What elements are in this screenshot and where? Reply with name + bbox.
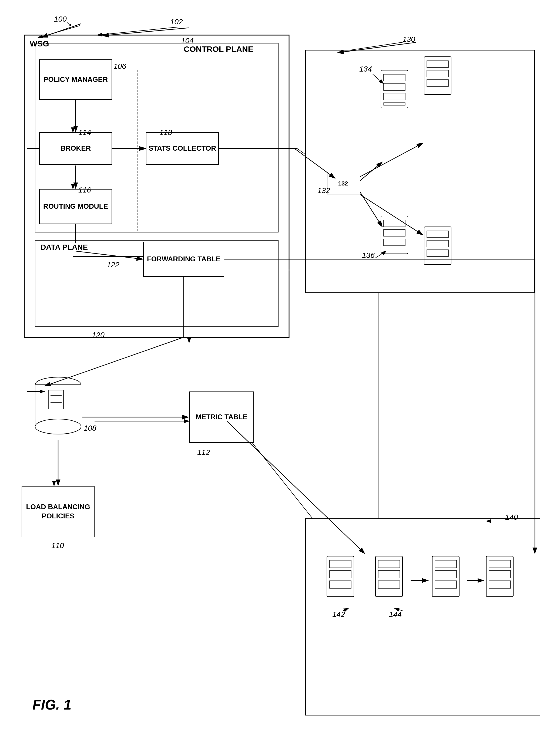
svg-rect-43 [427, 61, 448, 68]
ref-132: 132 [317, 186, 330, 195]
svg-rect-63 [435, 560, 457, 568]
routing-module-label: ROUTING MODULE [43, 202, 108, 211]
ref-142: 142 [332, 610, 345, 619]
ref-114: 114 [78, 128, 91, 137]
ref-100: 100 [54, 15, 67, 23]
stats-collector-box: STATS COLLECTOR [146, 132, 219, 165]
policy-manager-label: POLICY MANAGER [43, 75, 108, 84]
ref-116: 116 [78, 186, 91, 194]
stats-collector-label: STATS COLLECTOR [149, 144, 216, 153]
fig-label: FIG. 1 [32, 697, 71, 713]
svg-rect-61 [378, 581, 400, 588]
ref-140: 140 [505, 513, 518, 522]
server-c1-b1 [378, 213, 413, 265]
data-plane-label: DATA PLANE [41, 243, 88, 252]
ref-102: 102 [170, 18, 183, 26]
cluster1-box [305, 50, 535, 293]
svg-rect-60 [378, 570, 400, 578]
ref-120: 120 [92, 331, 105, 340]
wsg-node-label: 132 [338, 180, 348, 188]
svg-rect-38 [384, 74, 405, 81]
svg-rect-41 [384, 103, 405, 105]
broker-label: BROKER [61, 144, 91, 153]
ref-134: 134 [359, 65, 372, 73]
broker-box: BROKER [39, 132, 112, 165]
svg-point-32 [35, 419, 81, 434]
svg-line-78 [76, 251, 143, 259]
forwarding-table-box: FORWARDING TABLE [143, 242, 224, 277]
server-c2-2 [373, 553, 408, 607]
ref-106: 106 [113, 62, 126, 71]
svg-rect-39 [384, 84, 405, 90]
server-c1-t2 [421, 54, 457, 105]
svg-line-26 [97, 27, 178, 35]
svg-rect-59 [378, 560, 400, 568]
svg-rect-56 [330, 570, 351, 578]
svg-rect-51 [427, 231, 448, 238]
server-c2-3 [430, 553, 465, 607]
svg-rect-44 [427, 70, 448, 77]
svg-rect-55 [330, 560, 351, 568]
database-cylinder [34, 375, 82, 437]
svg-rect-33 [49, 390, 63, 409]
svg-rect-49 [384, 239, 405, 246]
svg-rect-47 [384, 220, 405, 227]
server-c1-t1 [378, 68, 413, 119]
svg-line-71 [42, 24, 81, 37]
svg-rect-57 [330, 581, 351, 588]
forwarding-table-label: FORWARDING TABLE [147, 255, 220, 264]
policy-manager-box: POLICY MANAGER [39, 59, 112, 100]
ref-136: 136 [362, 251, 375, 260]
routing-module-box: ROUTING MODULE [39, 189, 112, 224]
server-c2-1 [324, 553, 359, 607]
svg-rect-40 [384, 93, 405, 100]
ref-122: 122 [107, 261, 119, 269]
ref-arrow-100: ↘ [66, 20, 72, 28]
svg-rect-68 [489, 570, 511, 578]
svg-rect-45 [427, 80, 448, 86]
control-plane-label: CONTROL PLANE [184, 45, 253, 54]
server-c1-b2 [421, 224, 457, 276]
wsg-main-label: WSG [30, 39, 49, 48]
svg-rect-69 [489, 581, 511, 588]
metric-table-label: METRIC TABLE [196, 412, 247, 422]
load-balancing-label: LOAD BALANCING POLICIES [22, 502, 94, 521]
ref-112: 112 [197, 448, 210, 457]
svg-rect-64 [435, 570, 457, 578]
svg-rect-52 [427, 240, 448, 247]
ref-104: 104 [181, 36, 194, 45]
svg-rect-67 [489, 560, 511, 568]
ref-144: 144 [389, 610, 402, 619]
metric-table-box: METRIC TABLE [189, 391, 254, 443]
server-c2-4 [484, 553, 519, 607]
ref-108: 108 [84, 424, 96, 432]
svg-rect-48 [384, 230, 405, 236]
ref-118: 118 [159, 128, 172, 137]
ref-130: 130 [403, 35, 415, 44]
load-balancing-box: LOAD BALANCING POLICIES [22, 486, 95, 537]
svg-rect-53 [427, 250, 448, 257]
svg-rect-65 [435, 581, 457, 588]
wsg-node-box: 132 [327, 173, 359, 194]
ref-110: 110 [51, 541, 64, 550]
svg-line-72 [103, 28, 189, 36]
svg-line-25 [38, 26, 80, 38]
